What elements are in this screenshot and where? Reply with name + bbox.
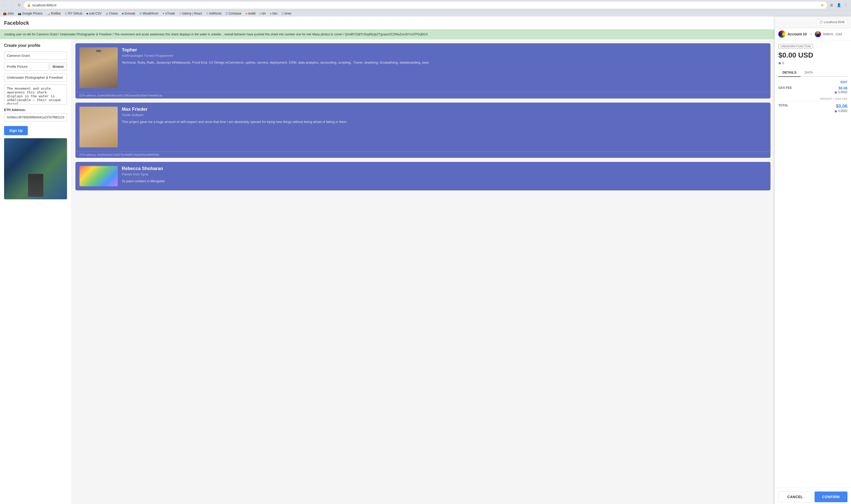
bookmark-jobs[interactable]: 💼 Jobs (2, 11, 15, 16)
bookmark-rollbar[interactable]: 📊 RollBar (46, 11, 62, 16)
metamask-eth-amount: ◆ 0 (778, 61, 848, 65)
create-profile-title: Create your profile (4, 43, 67, 48)
notification-bar: creating user on eth for Cameron Grant /… (0, 30, 775, 39)
localhost-label: Localhost 8545 (824, 20, 845, 24)
bookmark-reddit-label: reddit (248, 12, 256, 15)
rebecca-name: Rebecca Shoharan (122, 166, 766, 171)
bookmark-adwords-label: AdWords (209, 12, 222, 15)
notification-text: creating user on eth for Cameron Grant /… (4, 33, 428, 36)
bookmark-google-photos-label: Google Photos (22, 12, 42, 15)
topher-photo (80, 47, 118, 88)
profile-card-max: Max Frieder Yaniik Golbard This project … (75, 103, 770, 158)
total-row: TOTAL $0.06 ◆ 0.0002 (778, 101, 848, 113)
metamask-amount: $0.00 USD (778, 51, 848, 59)
subl-icon: ■ (86, 12, 88, 15)
picture-field-container: Browse (4, 62, 67, 71)
tagline-input[interactable] (4, 73, 67, 82)
topher-title: Anthropologist Turned Programmer (122, 54, 766, 57)
menu-button[interactable]: ⋮ (843, 2, 849, 8)
bookmark-reddit[interactable]: ● reddit (244, 11, 257, 16)
max-bio: This project gave me a huge amount of se… (122, 120, 766, 125)
topher-content: Topher Anthropologist Turned Programmer … (122, 47, 766, 88)
coinbase-icon: C (226, 12, 228, 15)
browse-button[interactable]: Browse (49, 62, 67, 71)
account-row[interactable]: Account 10 → 0x8cc4...11a2 (775, 28, 851, 40)
rebecca-title: Painter from Syria (122, 172, 766, 176)
edit-link[interactable]: EDIT (778, 80, 848, 84)
bookmark-rdn[interactable]: r rdn (259, 11, 267, 16)
forward-button[interactable]: → (9, 2, 15, 8)
browser-chrome: ← → ↻ 🔒 ★ ⊞ 👤 ⋮ 💼 Jobs 📷 Google Photos 📊… (0, 0, 851, 17)
name-input[interactable] (4, 51, 67, 60)
bookmark-etrade[interactable]: ✦ eTrade (161, 11, 176, 16)
question-icon: ? (819, 20, 823, 24)
bookmark-rdn-label: rdn (261, 12, 266, 15)
bio-textarea[interactable]: The movement and acute awareness this sh… (4, 84, 67, 105)
rebecca-bio: To paint condors in Mongolia! (122, 179, 766, 184)
signup-button[interactable]: Sign Up (4, 126, 28, 135)
gas-fee-eth: ◆ 0.0002 (834, 90, 848, 94)
gas-fee-eth-value: 0.0002 (838, 90, 848, 94)
eth-field-container: ETH Address: (4, 108, 67, 122)
account-name: Account 10 (787, 32, 807, 36)
udemy-icon: U (179, 12, 181, 15)
topher-name: Topher (122, 47, 766, 53)
schwab-icon: ■ (122, 12, 124, 15)
tab-data[interactable]: DATA (801, 69, 817, 77)
eth-label: ETH Address: (4, 108, 67, 112)
cancel-button[interactable]: CANCEL (778, 491, 812, 502)
bookmark-etrade-label: eTrade (166, 12, 175, 15)
diver-photo (4, 138, 67, 199)
reload-button[interactable]: ↻ (16, 2, 22, 8)
confirm-button[interactable]: CONFIRM (815, 491, 848, 502)
total-label: TOTAL (778, 104, 788, 107)
bookmark-wealthfront[interactable]: W Wealthfront (138, 11, 159, 16)
arrow-icon: → (809, 32, 813, 36)
rdn-icon: r (260, 12, 261, 15)
rollbar-icon: 📊 (47, 12, 50, 15)
bookmark-adwords[interactable]: G AdWords (205, 11, 223, 16)
app-container: Faceblock creating user on eth for Camer… (0, 17, 775, 504)
eth-diamond-icon: ◆ (778, 61, 781, 65)
profile-button[interactable]: 👤 (836, 2, 842, 8)
profile-image-preview (4, 138, 67, 199)
max-content: Max Frieder Yaniik Golbard This project … (122, 107, 766, 147)
bookmark-google-photos[interactable]: 📷 Google Photos (17, 11, 43, 16)
bookmark-subl-label: subl CSV (89, 12, 102, 15)
nav-buttons: ← → ↻ (2, 2, 22, 8)
bookmark-coinbase-label: Coinbase (228, 12, 242, 15)
bookmark-coinbase[interactable]: C Coinbase (225, 11, 243, 16)
name-field-container (4, 51, 67, 60)
bookmark-subl-csv[interactable]: ■ subl CSV (85, 11, 103, 16)
browser-toolbar: ← → ↻ 🔒 ★ ⊞ 👤 ⋮ (0, 0, 851, 10)
rebecca-photo (80, 166, 118, 186)
bookmark-hbo[interactable]: ■ hbo (269, 11, 278, 16)
bookmark-brew[interactable]: ⬡ brew (280, 11, 293, 16)
bookmark-chase[interactable]: ◎ Chase (105, 11, 119, 16)
address-icon (815, 31, 821, 37)
max-photo (80, 107, 118, 147)
total-values: $0.06 ◆ 0.0002 (834, 104, 848, 113)
main-area: Faceblock creating user on eth for Camer… (0, 17, 851, 504)
google-photos-icon: 📷 (18, 12, 21, 15)
bookmark-hbo-label: hbo (272, 12, 277, 15)
total-usd: $0.06 (834, 104, 848, 109)
bookmark-schwab-label: Schwab (124, 12, 135, 15)
bookmark-ry-github[interactable]: ⬡ RY Github (64, 11, 83, 16)
gas-fee-label: GAS FEE (778, 86, 792, 90)
url-input[interactable] (32, 3, 820, 7)
app-header: Faceblock (0, 17, 775, 30)
tab-details[interactable]: DETAILS (778, 69, 801, 77)
extensions-button[interactable]: ⊞ (829, 2, 835, 8)
adwords-icon: G (206, 12, 208, 15)
eth-input[interactable] (4, 113, 67, 122)
back-button[interactable]: ← (2, 2, 8, 8)
picture-input[interactable] (4, 62, 48, 71)
bookmark-udemy-label: Udemy | React (182, 12, 202, 15)
bookmark-jobs-label: Jobs (7, 12, 14, 15)
bookmark-udemy[interactable]: U Udemy | React (178, 11, 203, 16)
bookmark-schwab[interactable]: ■ Schwab (121, 11, 136, 16)
bookmark-chase-label: Chase (109, 12, 118, 15)
brew-icon: ⬡ (281, 12, 284, 15)
address-bar: 🔒 ★ (24, 1, 827, 8)
